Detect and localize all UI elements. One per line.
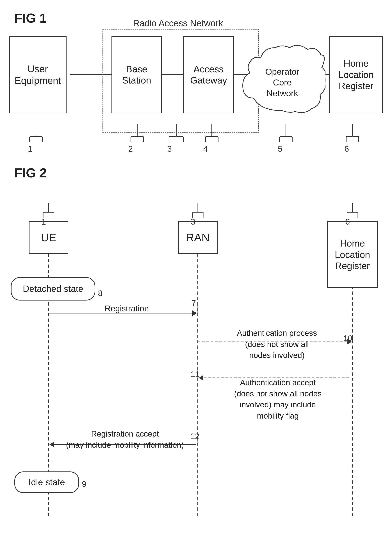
reg-accept-num: 12	[191, 432, 199, 441]
hlr2-num: 6	[345, 217, 350, 226]
ocn-num: 5	[278, 144, 283, 154]
ran-num: 3	[167, 144, 172, 154]
ran-box-fig2: RAN	[178, 221, 218, 254]
auth-accept-label: Authentication accept(does not show all …	[201, 377, 354, 421]
svg-text:Core: Core	[273, 78, 292, 87]
operator-core-network-cloud: Operator Core Network	[239, 28, 326, 123]
access-gateway-box: AccessGateway	[183, 36, 234, 113]
base-station-box: BaseStation	[112, 36, 162, 113]
ue2-num: 1	[41, 217, 46, 226]
ran2-num: 3	[191, 217, 195, 226]
registration-label: Registration	[77, 303, 176, 314]
registration-num: 7	[191, 299, 196, 308]
idle-num: 9	[82, 480, 86, 489]
svg-marker-32	[192, 310, 197, 316]
auth-accept-num: 11	[191, 370, 199, 379]
fig2-label: FIG 2	[14, 165, 47, 180]
auth-process-num: 10	[343, 334, 352, 343]
svg-text:Operator: Operator	[265, 67, 299, 76]
fig1-label: FIG 1	[14, 11, 47, 26]
ag-num: 4	[203, 144, 208, 154]
hlr-box-fig2: HomeLocationRegister	[327, 221, 378, 288]
detached-num: 8	[98, 289, 102, 298]
reg-accept-label: Registration accept(may include mobility…	[52, 428, 198, 450]
detached-state-box: Detached state	[11, 277, 95, 301]
ue-box-fig2: UE	[29, 221, 68, 254]
bs-num: 2	[128, 144, 133, 154]
hlr-num-fig1: 6	[344, 144, 349, 154]
auth-process-label: Authentication process(does not show all…	[201, 327, 352, 361]
svg-text:Network: Network	[266, 89, 298, 98]
ran-header-label: Radio Access Network	[104, 18, 252, 28]
ue-num: 1	[28, 144, 33, 154]
hlr-box-fig1: HomeLocationRegister	[329, 36, 383, 113]
ue-box: UserEquipment	[9, 36, 66, 113]
diagram-container: FIG 1 Radio Access Network UserEquipment…	[0, 0, 392, 533]
idle-state-box: Idle state	[14, 472, 79, 493]
